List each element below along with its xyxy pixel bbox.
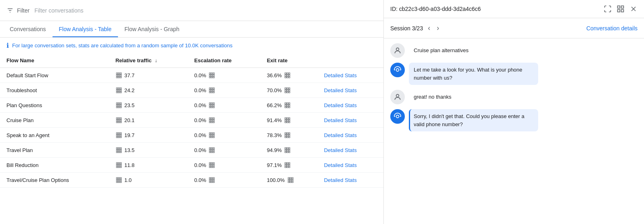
svg-rect-54 <box>285 91 286 93</box>
message-text: Sorry, I didn't get that. Could you plea… <box>414 113 524 127</box>
table-cell-icon <box>116 147 122 153</box>
filter-placeholder: Filter conversations <box>34 7 83 14</box>
cell-detailed-stats[interactable]: Detailed Stats <box>318 143 383 158</box>
tab-flow-analysis-table[interactable]: Flow Analysis - Table <box>53 21 118 37</box>
svg-rect-24 <box>285 75 286 76</box>
svg-rect-120 <box>209 133 210 134</box>
svg-rect-164 <box>289 151 290 152</box>
svg-rect-19 <box>211 76 213 78</box>
table-row: Travel/Cruise Plan Options 1.0 0.0% 100.… <box>0 173 383 188</box>
table-row: Plan Questions 23.5 0.0% 66.2% Detailed … <box>0 98 383 113</box>
svg-rect-197 <box>120 180 121 181</box>
svg-rect-59 <box>120 103 121 104</box>
cell-detailed-stats[interactable]: Detailed Stats <box>318 98 383 113</box>
svg-rect-193 <box>118 178 119 179</box>
close-icon[interactable] <box>629 5 638 13</box>
message-row: Cruise plan alternatives <box>390 43 638 58</box>
svg-rect-118 <box>118 136 119 137</box>
session-label: Session 3/23 <box>390 25 423 32</box>
svg-rect-117 <box>116 136 118 137</box>
svg-rect-79 <box>287 105 288 106</box>
conversation-details-link[interactable]: Conversation details <box>586 25 638 32</box>
svg-point-230 <box>396 115 399 118</box>
message-row: great! no thanks <box>390 90 638 104</box>
svg-rect-144 <box>116 151 118 152</box>
table-cell-icon <box>116 72 122 78</box>
detailed-stats-link[interactable]: Detailed Stats <box>324 87 357 93</box>
cell-detailed-stats[interactable]: Detailed Stats <box>318 128 383 143</box>
session-id: ID: cb22c3-d60-a03-ddd-3d2a4c6c6 <box>390 6 481 12</box>
cell-relative-traffic: 1.0 <box>109 173 188 188</box>
table-cell-icon <box>284 132 290 138</box>
svg-rect-112 <box>118 133 119 134</box>
svg-rect-77 <box>289 103 290 104</box>
table-row: Bill Reduction 11.8 0.0% 97.1% Detailed … <box>0 158 383 173</box>
cell-exit-rate: 97.1% <box>260 158 318 173</box>
svg-rect-127 <box>211 136 213 137</box>
svg-rect-190 <box>287 166 288 167</box>
svg-rect-222 <box>618 10 620 12</box>
detailed-stats-link[interactable]: Detailed Stats <box>324 162 357 168</box>
svg-rect-13 <box>211 73 213 74</box>
svg-rect-110 <box>289 121 290 123</box>
next-session-button[interactable]: › <box>435 22 441 34</box>
svg-rect-156 <box>285 148 286 149</box>
svg-rect-201 <box>209 178 210 179</box>
svg-rect-18 <box>209 76 210 78</box>
svg-rect-215 <box>292 180 293 181</box>
detailed-stats-link[interactable]: Detailed Stats <box>324 117 357 123</box>
svg-rect-155 <box>213 151 215 152</box>
detailed-stats-link[interactable]: Detailed Stats <box>324 147 357 153</box>
svg-rect-139 <box>118 148 119 149</box>
svg-rect-108 <box>285 121 286 123</box>
svg-rect-64 <box>118 106 119 108</box>
cell-detailed-stats[interactable]: Detailed Stats <box>318 113 383 128</box>
session-info: Session 3/23 ‹ › <box>390 22 441 34</box>
svg-point-229 <box>396 94 399 97</box>
svg-rect-72 <box>209 106 210 108</box>
right-panel: ID: cb22c3-d60-a03-ddd-3d2a4c6c6 Session… <box>384 0 644 224</box>
svg-rect-210 <box>288 178 289 179</box>
svg-rect-16 <box>211 75 213 76</box>
svg-rect-40 <box>211 88 213 89</box>
prev-session-button[interactable]: ‹ <box>426 22 432 34</box>
detailed-stats-link[interactable]: Detailed Stats <box>324 72 357 78</box>
table-cell-icon <box>116 87 122 93</box>
detailed-stats-link[interactable]: Detailed Stats <box>324 177 357 183</box>
svg-rect-134 <box>289 135 290 136</box>
svg-rect-125 <box>213 135 215 136</box>
svg-rect-142 <box>118 150 119 151</box>
svg-rect-113 <box>120 133 121 134</box>
tab-flow-analysis-graph[interactable]: Flow Analysis - Graph <box>118 21 186 37</box>
tab-conversations[interactable]: Conversations <box>3 21 53 37</box>
grid-view-icon[interactable] <box>617 5 625 13</box>
detailed-stats-link[interactable]: Detailed Stats <box>324 132 357 138</box>
table-row: Travel Plan 13.5 0.0% 94.9% Detailed Sta… <box>0 143 383 158</box>
message-bubble: Let me take a look for you. What is your… <box>409 63 538 85</box>
svg-rect-145 <box>118 151 119 152</box>
svg-rect-209 <box>213 181 215 182</box>
cell-detailed-stats[interactable]: Detailed Stats <box>318 158 383 173</box>
cell-detailed-stats[interactable]: Detailed Stats <box>318 173 383 188</box>
svg-rect-141 <box>116 150 118 151</box>
left-panel: Filter Filter conversations Conversation… <box>0 0 384 224</box>
cell-detailed-stats[interactable]: Detailed Stats <box>318 68 383 83</box>
svg-rect-115 <box>118 135 119 136</box>
detailed-stats-link[interactable]: Detailed Stats <box>324 102 357 108</box>
sort-icon: ↓ <box>155 58 157 63</box>
svg-rect-67 <box>211 103 213 104</box>
svg-rect-71 <box>213 105 215 106</box>
fullscreen-icon[interactable] <box>604 5 612 13</box>
svg-rect-147 <box>209 148 210 149</box>
svg-rect-106 <box>287 120 288 121</box>
col-relative-traffic[interactable]: Relative traffic ↓ <box>109 53 188 68</box>
message-row: Sorry, I didn't get that. Could you plea… <box>390 109 638 131</box>
cell-exit-rate: 78.3% <box>260 128 318 143</box>
info-icon: ℹ <box>6 42 9 49</box>
cell-detailed-stats[interactable]: Detailed Stats <box>318 83 383 98</box>
svg-rect-184 <box>287 163 288 164</box>
svg-rect-75 <box>285 103 286 104</box>
svg-rect-31 <box>118 88 119 89</box>
table-row: Troubleshoot 24.2 0.0% 70.0% Detailed St… <box>0 83 383 98</box>
svg-rect-69 <box>209 105 210 106</box>
